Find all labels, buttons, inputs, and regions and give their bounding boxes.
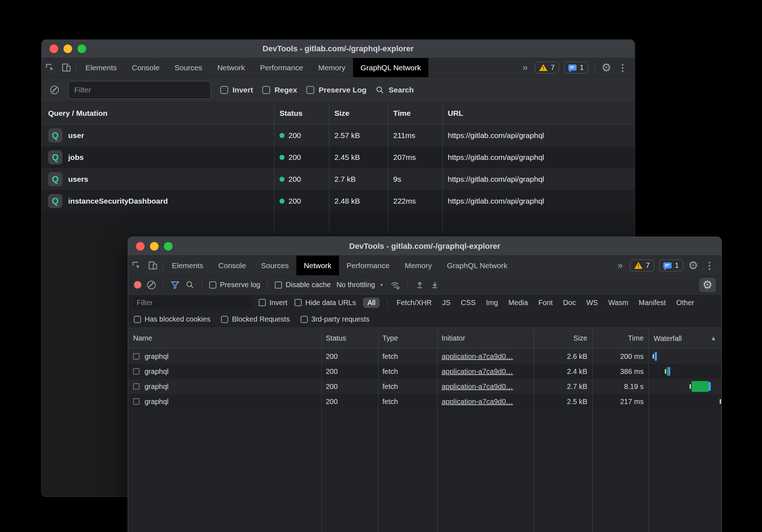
checkbox[interactable] — [220, 86, 228, 94]
regex-checkbox[interactable]: Regex — [262, 86, 297, 94]
close-button[interactable] — [50, 44, 58, 53]
checkbox[interactable] — [301, 316, 308, 323]
third-party-requests-checkbox[interactable]: 3rd-party requests — [301, 315, 370, 323]
initiator-link[interactable]: application-a7ca9d0… — [442, 383, 513, 390]
settings-gear-icon[interactable]: ⚙ — [688, 260, 698, 271]
table-header[interactable]: Query / Mutation Status Size Time URL — [42, 103, 635, 124]
network-settings-button[interactable]: ⚙ — [699, 278, 716, 292]
issues-badge[interactable]: 1 — [564, 62, 588, 73]
filter-chip-manifest[interactable]: Manifest — [637, 298, 667, 308]
tab-memory[interactable]: Memory — [311, 58, 353, 77]
invert-checkbox[interactable]: Invert — [259, 299, 287, 307]
filter-chip-ws[interactable]: WS — [585, 298, 599, 308]
row-checkbox[interactable] — [133, 368, 140, 375]
col-type[interactable]: Type — [378, 334, 437, 342]
inspect-cursor-button[interactable] — [42, 58, 58, 77]
preserve-log-checkbox[interactable]: Preserve log — [209, 281, 260, 289]
kebab-menu-icon[interactable]: ⋮ — [703, 260, 716, 271]
table-row[interactable]: QinstanceSecurityDashboard 200 2.48 kB 2… — [42, 190, 635, 212]
network-conditions-icon[interactable] — [390, 280, 400, 290]
issues-badge[interactable]: 1 — [659, 260, 683, 271]
record-button[interactable] — [134, 281, 141, 289]
tab-elements[interactable]: Elements — [78, 58, 124, 77]
blocked-requests-checkbox[interactable]: Blocked Requests — [221, 315, 290, 323]
checkbox[interactable] — [275, 281, 282, 289]
kebab-menu-icon[interactable]: ⋮ — [616, 62, 629, 73]
tab-elements[interactable]: Elements — [164, 256, 211, 275]
row-checkbox[interactable] — [133, 383, 140, 390]
filter-chip-css[interactable]: CSS — [460, 298, 477, 308]
row-checkbox[interactable] — [133, 353, 140, 360]
warnings-badge[interactable]: ! 7 — [535, 62, 559, 73]
tab-performance[interactable]: Performance — [253, 58, 311, 77]
device-toolbar-button[interactable] — [145, 256, 161, 275]
more-tabs-icon[interactable]: » — [520, 62, 530, 73]
zoom-button[interactable] — [77, 44, 86, 53]
inspect-cursor-button[interactable] — [128, 256, 145, 275]
col-waterfall[interactable]: Waterfall ▲ — [649, 328, 721, 348]
table-row[interactable]: graphql 200 fetch application-a7ca9d0… 2… — [128, 394, 721, 409]
device-toolbar-button[interactable] — [58, 58, 75, 77]
col-initiator[interactable]: Initiator — [437, 334, 534, 342]
sort-ascending-icon[interactable]: ▲ — [710, 335, 716, 342]
checkbox[interactable] — [259, 299, 266, 306]
initiator-link[interactable]: application-a7ca9d0… — [442, 352, 513, 360]
checkbox[interactable] — [134, 316, 141, 323]
minimize-button[interactable] — [64, 44, 72, 53]
col-url[interactable]: URL — [442, 109, 635, 118]
col-status[interactable]: Status — [321, 334, 378, 342]
preserve-log-checkbox[interactable]: Preserve Log — [306, 86, 366, 94]
tab-graphql-network[interactable]: GraphQL Network — [353, 58, 428, 77]
filter-chip-media[interactable]: Media — [507, 298, 529, 308]
clear-icon[interactable] — [50, 86, 59, 94]
disable-cache-checkbox[interactable]: Disable cache — [275, 281, 331, 289]
initiator-link[interactable]: application-a7ca9d0… — [442, 367, 513, 375]
table-row[interactable]: graphql 200 fetch application-a7ca9d0… 2… — [128, 364, 721, 379]
filter-chip-wasm[interactable]: Wasm — [607, 298, 630, 308]
col-name[interactable]: Name — [128, 334, 321, 342]
col-time[interactable]: Time — [592, 334, 649, 342]
settings-gear-icon[interactable]: ⚙ — [601, 62, 611, 73]
filter-chip-doc[interactable]: Doc — [562, 298, 578, 308]
filter-chip-font[interactable]: Font — [537, 298, 554, 308]
col-size[interactable]: Size — [329, 109, 388, 118]
warnings-badge[interactable]: ! 7 — [630, 260, 654, 271]
filter-chip-fetch-xhr[interactable]: Fetch/XHR — [395, 298, 433, 308]
checkbox[interactable] — [295, 299, 302, 306]
table-row[interactable]: Qjobs 200 2.45 kB 207ms https://gitlab.c… — [42, 146, 635, 168]
col-size[interactable]: Size — [534, 334, 592, 342]
has-blocked-cookies-checkbox[interactable]: Has blocked cookies — [134, 315, 210, 323]
checkbox[interactable] — [221, 316, 228, 323]
table-row[interactable]: graphql 200 fetch application-a7ca9d0… 2… — [128, 349, 721, 364]
titlebar[interactable]: DevTools - gitlab.com/-/graphql-explorer — [42, 40, 635, 58]
col-time[interactable]: Time — [388, 109, 442, 118]
filter-input[interactable] — [68, 81, 211, 99]
table-row[interactable]: graphql 200 fetch application-a7ca9d0… 2… — [128, 379, 721, 394]
filter-chip-js[interactable]: JS — [441, 298, 452, 308]
clear-icon[interactable] — [147, 281, 156, 289]
filter-input[interactable] — [133, 296, 251, 309]
more-tabs-icon[interactable]: » — [615, 260, 625, 271]
tab-graphql-network[interactable]: GraphQL Network — [439, 256, 515, 275]
tab-console[interactable]: Console — [211, 256, 254, 275]
checkbox[interactable] — [209, 281, 216, 289]
row-checkbox[interactable] — [133, 398, 140, 405]
tab-network[interactable]: Network — [296, 256, 339, 275]
table-header[interactable]: Name Status Type Initiator Size Time Wat… — [128, 328, 721, 349]
zoom-button[interactable] — [164, 242, 173, 251]
table-row[interactable]: Qusers 200 2.7 kB 9s https://gitlab.com/… — [42, 168, 635, 190]
close-button[interactable] — [136, 242, 145, 251]
search-icon[interactable] — [185, 280, 194, 289]
tab-sources[interactable]: Sources — [167, 58, 210, 77]
col-status[interactable]: Status — [274, 109, 329, 118]
col-query-mutation[interactable]: Query / Mutation — [42, 109, 274, 118]
filter-chip-other[interactable]: Other — [675, 298, 696, 308]
tab-sources[interactable]: Sources — [254, 256, 296, 275]
export-har-icon[interactable] — [430, 280, 439, 290]
titlebar[interactable]: DevTools - gitlab.com/-/graphql-explorer — [128, 237, 721, 256]
throttling-select[interactable]: No throttling ▼ — [337, 281, 384, 289]
initiator-link[interactable]: application-a7ca9d0… — [442, 398, 513, 405]
checkbox[interactable] — [262, 86, 270, 94]
tab-memory[interactable]: Memory — [397, 256, 439, 275]
tab-network[interactable]: Network — [210, 58, 253, 77]
